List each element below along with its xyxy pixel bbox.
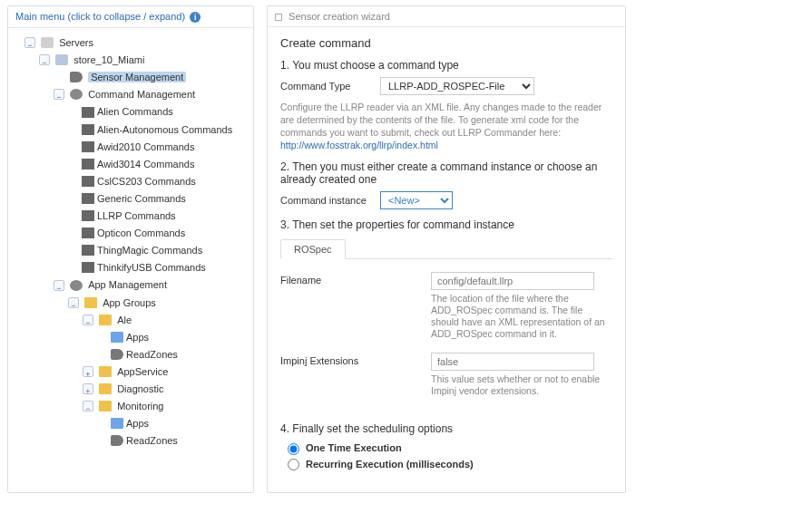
server-icon bbox=[55, 54, 68, 65]
tree-label[interactable]: ReadZones bbox=[126, 435, 178, 446]
cmd-icon bbox=[82, 210, 94, 221]
tree-node-monitoring[interactable]: − Monitoring bbox=[14, 397, 248, 414]
tree-label[interactable]: Apps bbox=[126, 418, 149, 429]
fosstrak-link[interactable]: http://www.fosstrak.org/llrp/index.html bbox=[280, 140, 438, 150]
tree-label[interactable]: CslCS203 Commands bbox=[97, 176, 196, 187]
tree-node-servers[interactable]: − Servers bbox=[14, 34, 248, 51]
tree-label[interactable]: Sensor Management bbox=[88, 72, 186, 82]
tree-node-command-management[interactable]: − Command Management bbox=[14, 85, 248, 102]
tree-label[interactable]: Diagnostic bbox=[117, 383, 163, 394]
command-instance-label: Command instance bbox=[280, 195, 380, 206]
cmd-icon bbox=[82, 228, 94, 238]
filename-hint: The location of the file where the ADD_R… bbox=[431, 293, 612, 340]
tree-label[interactable]: Monitoring bbox=[117, 401, 163, 412]
cmd-icon bbox=[82, 176, 94, 187]
readzone-icon bbox=[111, 435, 123, 446]
command-type-label: Command Type bbox=[280, 81, 380, 92]
tree-label[interactable]: store_10_Miami bbox=[73, 54, 144, 65]
gear-icon bbox=[70, 280, 83, 291]
tree-node-cmd[interactable]: LLRP Commands bbox=[14, 207, 248, 224]
command-instance-select[interactable]: <New> bbox=[380, 191, 453, 209]
filename-input[interactable] bbox=[431, 272, 594, 290]
filename-label: Filename bbox=[280, 272, 431, 340]
tree-label[interactable]: ThingMagic Commands bbox=[97, 245, 202, 256]
cmd-icon bbox=[82, 262, 94, 273]
properties-tabs: ROSpec bbox=[280, 238, 612, 259]
tree-label[interactable]: LLRP Commands bbox=[97, 210, 176, 221]
info-icon[interactable]: i bbox=[190, 12, 201, 23]
tree-node-cmd[interactable]: ThinkifyUSB Commands bbox=[14, 258, 248, 276]
tree-label[interactable]: Alien-Autonomous Commands bbox=[97, 124, 232, 135]
impinj-ext-input[interactable] bbox=[431, 353, 594, 371]
tree-node-ale-apps[interactable]: Apps bbox=[14, 328, 248, 345]
command-type-hint: Configure the LLRP reader via an XML fil… bbox=[280, 101, 607, 151]
tree-node-cmd[interactable]: ThingMagic Commands bbox=[14, 241, 248, 258]
tree-label[interactable]: App Management bbox=[88, 280, 167, 291]
tree-node-ale-readzones[interactable]: ReadZones bbox=[14, 345, 248, 363]
readzone-icon bbox=[111, 349, 123, 360]
tree-node-cmd[interactable]: Awid2010 Commands bbox=[14, 138, 248, 155]
tree-label[interactable]: Servers bbox=[59, 37, 93, 48]
tree-label[interactable]: App Groups bbox=[103, 297, 156, 308]
tree-label[interactable]: ThinkifyUSB Commands bbox=[97, 262, 206, 273]
tree-label[interactable]: Command Management bbox=[88, 89, 195, 100]
wizard-panel: Sensor creation wizard Create command 1.… bbox=[267, 5, 626, 493]
tree-node-store[interactable]: − store_10_Miami bbox=[14, 51, 248, 68]
cmd-icon bbox=[82, 107, 94, 118]
tree-node-cmd[interactable]: Alien Commands bbox=[14, 102, 248, 120]
impinj-ext-label: Impinj Extensions bbox=[280, 353, 431, 397]
tree-node-cmd[interactable]: CslCS203 Commands bbox=[14, 172, 248, 189]
tree-node-appservice[interactable]: + AppService bbox=[14, 363, 248, 380]
tree-node-mon-apps[interactable]: Apps bbox=[14, 414, 248, 431]
folder-icon bbox=[99, 383, 112, 394]
tree-node-mon-readzones[interactable]: ReadZones bbox=[14, 431, 248, 449]
folder-icon bbox=[99, 315, 112, 325]
main-menu-header[interactable]: Main menu (click to collapse / expand) i bbox=[8, 6, 253, 28]
tree-node-cmd[interactable]: Opticon Commands bbox=[14, 224, 248, 241]
sched-recurring[interactable]: Recurring Execution (milliseconds) bbox=[288, 459, 612, 471]
tree-node-ale[interactable]: − Ale bbox=[14, 311, 248, 328]
folder-icon bbox=[84, 297, 97, 308]
tree-label[interactable]: Generic Commands bbox=[97, 193, 186, 204]
tree-node-cmd[interactable]: Awid3014 Commands bbox=[14, 155, 248, 172]
collapse-box-icon[interactable] bbox=[275, 14, 282, 21]
folder-icon bbox=[99, 366, 112, 377]
command-type-select[interactable]: LLRP-ADD_ROSPEC-File bbox=[380, 77, 534, 95]
collapse-icon[interactable]: − bbox=[54, 89, 64, 100]
step-2-heading: 2. Then you must either create a command… bbox=[280, 160, 612, 186]
one-time-label: One Time Execution bbox=[306, 442, 402, 453]
collapse-icon[interactable]: − bbox=[83, 315, 93, 325]
nav-tree: − Servers − store_10_Miami Sensor Manage… bbox=[8, 28, 253, 460]
recurring-radio[interactable] bbox=[288, 459, 299, 470]
collapse-icon[interactable]: − bbox=[68, 297, 79, 308]
collapse-icon[interactable]: − bbox=[54, 280, 64, 291]
tree-node-sensor-management[interactable]: Sensor Management bbox=[14, 68, 248, 85]
tree-label[interactable]: Opticon Commands bbox=[97, 228, 185, 238]
wizard-header-title: Sensor creation wizard bbox=[289, 11, 390, 22]
tree-node-diagnostic[interactable]: + Diagnostic bbox=[14, 380, 248, 397]
tree-label[interactable]: Apps bbox=[126, 332, 149, 343]
tab-rospec[interactable]: ROSpec bbox=[280, 239, 346, 259]
expand-icon[interactable]: + bbox=[83, 366, 93, 377]
collapse-icon[interactable]: − bbox=[39, 54, 50, 65]
tree-label[interactable]: Awid2010 Commands bbox=[97, 141, 194, 152]
recurring-label: Recurring Execution (milliseconds) bbox=[306, 459, 474, 470]
main-menu-title[interactable]: Main menu (click to collapse / expand) bbox=[15, 11, 185, 22]
tree-node-app-management[interactable]: − App Management bbox=[14, 276, 248, 293]
tree-label[interactable]: AppService bbox=[117, 366, 168, 377]
tree-node-cmd[interactable]: Alien-Autonomous Commands bbox=[14, 121, 248, 138]
sched-one-time[interactable]: One Time Execution bbox=[288, 442, 612, 455]
tree-label[interactable]: Awid3014 Commands bbox=[97, 159, 194, 169]
collapse-icon[interactable]: − bbox=[24, 37, 35, 48]
collapse-icon[interactable]: − bbox=[83, 401, 93, 412]
one-time-radio[interactable] bbox=[288, 443, 299, 455]
tree-node-app-groups[interactable]: − App Groups bbox=[14, 294, 248, 311]
expand-icon[interactable]: + bbox=[83, 383, 93, 394]
servers-icon bbox=[41, 37, 54, 48]
main-menu-panel: Main menu (click to collapse / expand) i… bbox=[7, 5, 254, 493]
tree-label[interactable]: Alien Commands bbox=[97, 107, 173, 118]
tree-node-cmd[interactable]: Generic Commands bbox=[14, 189, 248, 207]
tree-label[interactable]: ReadZones bbox=[126, 349, 178, 360]
tree-label[interactable]: Ale bbox=[117, 315, 132, 325]
cmd-icon bbox=[82, 141, 94, 152]
